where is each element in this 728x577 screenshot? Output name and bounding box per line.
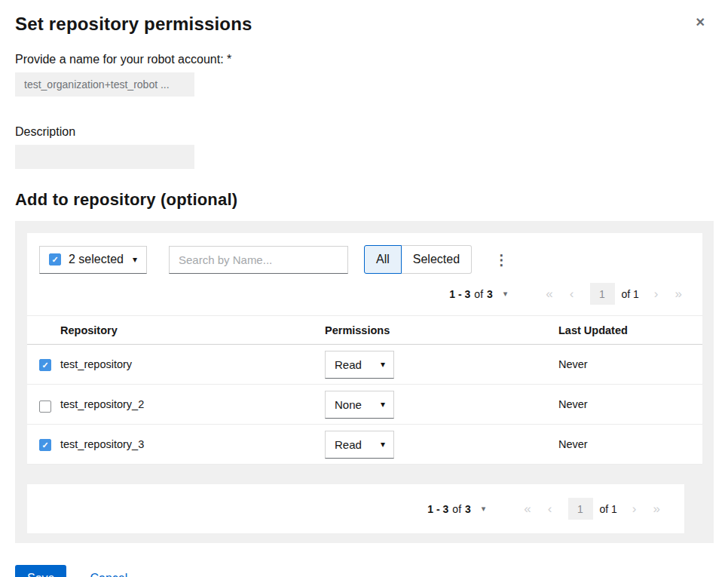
filter-toggle-group: All Selected xyxy=(364,245,472,274)
description-input[interactable] xyxy=(15,145,194,169)
repository-table-card: ✓ 2 selected ▾ All Selected ⋮ 1 - 3 of xyxy=(27,233,702,465)
bulk-select-dropdown[interactable]: ✓ 2 selected ▾ xyxy=(39,246,147,274)
page-count-label: of 1 xyxy=(600,503,617,515)
pagination-bottom: 1 - 3 of 3 ▾ « ‹ of 1 › » xyxy=(427,498,668,520)
caret-down-icon: ▾ xyxy=(381,399,385,410)
row-checkbox[interactable] xyxy=(39,401,51,413)
prev-page-icon: ‹ xyxy=(548,502,552,516)
next-page-button[interactable]: › xyxy=(646,287,667,300)
close-button[interactable]: ✕ xyxy=(690,14,711,32)
column-header-permissions: Permissions xyxy=(325,324,558,336)
table-header-row: Repository Permissions Last Updated xyxy=(27,316,702,345)
page-number-input[interactable] xyxy=(568,498,593,520)
kebab-menu-button[interactable]: ⋮ xyxy=(488,250,515,270)
repository-panel: ✓ 2 selected ▾ All Selected ⋮ 1 - 3 of xyxy=(15,221,714,543)
pagination-of: of xyxy=(474,288,483,300)
column-header-last-updated: Last Updated xyxy=(558,324,702,336)
table-row: test_repository_2 None ▾ Never xyxy=(27,385,702,425)
pagination-range: 1 - 3 xyxy=(449,288,470,300)
first-page-icon: « xyxy=(546,287,552,301)
permissions-cell: Read ▾ xyxy=(325,431,558,459)
last-updated-value: Never xyxy=(558,358,702,370)
first-page-button[interactable]: « xyxy=(537,287,561,300)
toggle-selected-button[interactable]: Selected xyxy=(402,245,472,274)
pagination-top-menu-toggle[interactable]: 1 - 3 of 3 ▾ xyxy=(449,288,507,300)
robot-name-label: Provide a name for your robot account: * xyxy=(15,53,231,66)
pagination-bottom-menu-toggle[interactable]: 1 - 3 of 3 ▾ xyxy=(427,503,485,515)
last-page-icon: » xyxy=(675,287,682,301)
modal-footer: Save Cancel xyxy=(15,565,713,577)
robot-name-group: Provide a name for your robot account: * xyxy=(15,53,713,97)
pagination-top-nav: « ‹ of 1 › » xyxy=(537,283,690,305)
next-page-icon: › xyxy=(654,287,659,301)
prev-page-icon: ‹ xyxy=(570,287,574,301)
description-label: Description xyxy=(15,125,75,138)
check-icon: ✓ xyxy=(41,361,48,370)
prev-page-button[interactable]: ‹ xyxy=(540,502,561,515)
last-page-button[interactable]: » xyxy=(667,287,690,300)
caret-down-icon: ▾ xyxy=(482,504,486,514)
bulk-select-label: 2 selected xyxy=(69,253,124,266)
pagination-bottom-card: 1 - 3 of 3 ▾ « ‹ of 1 › » xyxy=(27,484,684,533)
next-page-icon: › xyxy=(632,502,637,516)
caret-down-icon: ▾ xyxy=(381,439,385,450)
column-header-repository: Repository xyxy=(60,324,325,336)
modal-title: Set repository permissions xyxy=(15,14,252,35)
pagination-total: 3 xyxy=(465,503,471,515)
permission-dropdown[interactable]: Read ▾ xyxy=(325,351,394,379)
robot-name-input[interactable] xyxy=(15,72,194,97)
kebab-icon: ⋮ xyxy=(494,252,509,268)
close-icon: ✕ xyxy=(696,16,705,29)
row-checkbox[interactable]: ✓ xyxy=(39,439,51,451)
pagination-range: 1 - 3 xyxy=(427,503,448,515)
repository-name: test_repository_3 xyxy=(60,438,325,450)
pagination-top: 1 - 3 of 3 ▾ « ‹ of 1 › » xyxy=(27,278,702,315)
permission-value: Read xyxy=(335,358,362,371)
prev-page-button[interactable]: ‹ xyxy=(561,287,583,300)
last-page-button[interactable]: » xyxy=(645,502,668,515)
description-group: Description xyxy=(15,125,713,169)
caret-down-icon: ▾ xyxy=(381,359,385,370)
row-checkbox-cell xyxy=(27,396,60,413)
last-updated-value: Never xyxy=(558,438,702,450)
save-button[interactable]: Save xyxy=(15,565,66,577)
bulk-select-checkbox[interactable]: ✓ xyxy=(49,253,61,265)
pagination-of: of xyxy=(452,503,461,515)
permission-dropdown[interactable]: Read ▾ xyxy=(325,431,394,459)
table-row: ✓ test_repository Read ▾ Never xyxy=(27,345,702,385)
permission-value: Read xyxy=(335,438,362,451)
check-icon: ✓ xyxy=(41,441,48,450)
last-updated-value: Never xyxy=(558,398,702,410)
first-page-icon: « xyxy=(524,502,531,516)
modal-header: Set repository permissions ✕ xyxy=(15,14,713,35)
first-page-button[interactable]: « xyxy=(515,502,539,515)
repositories-table: Repository Permissions Last Updated ✓ te… xyxy=(27,315,702,465)
permissions-cell: Read ▾ xyxy=(325,351,558,379)
repository-name: test_repository xyxy=(60,358,325,370)
add-to-repository-heading: Add to repository (optional) xyxy=(15,190,713,210)
table-row: ✓ test_repository_3 Read ▾ Never xyxy=(27,425,702,465)
permission-dropdown[interactable]: None ▾ xyxy=(325,391,394,419)
page-count-label: of 1 xyxy=(622,288,639,300)
row-checkbox-cell: ✓ xyxy=(27,358,60,372)
table-toolbar: ✓ 2 selected ▾ All Selected ⋮ xyxy=(27,233,702,278)
row-checkbox[interactable]: ✓ xyxy=(39,359,51,371)
table-body: ✓ test_repository Read ▾ Never test_repo… xyxy=(27,345,702,465)
set-repository-permissions-modal: Set repository permissions ✕ Provide a n… xyxy=(0,0,728,577)
caret-down-icon: ▾ xyxy=(133,254,137,265)
caret-down-icon: ▾ xyxy=(503,289,508,299)
next-page-button[interactable]: › xyxy=(624,502,645,515)
pagination-bottom-nav: « ‹ of 1 › » xyxy=(515,498,668,520)
permissions-cell: None ▾ xyxy=(325,391,558,419)
check-icon: ✓ xyxy=(51,256,58,264)
cancel-button[interactable]: Cancel xyxy=(90,572,127,577)
page-number-input[interactable] xyxy=(590,283,615,305)
pagination-total: 3 xyxy=(487,288,493,300)
permission-value: None xyxy=(335,398,362,411)
toggle-all-button[interactable]: All xyxy=(364,245,402,274)
search-input[interactable] xyxy=(169,246,348,274)
row-checkbox-cell: ✓ xyxy=(27,437,60,452)
last-page-icon: » xyxy=(653,502,660,516)
repository-name: test_repository_2 xyxy=(60,398,325,410)
